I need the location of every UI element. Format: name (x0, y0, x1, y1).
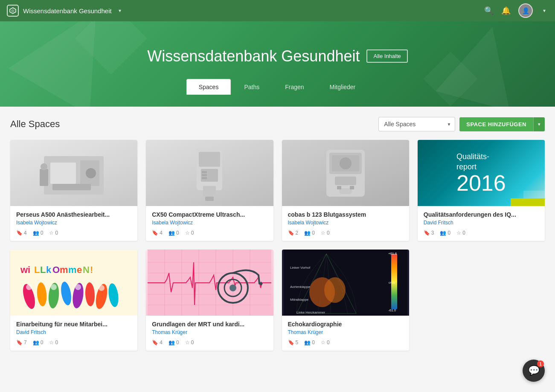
app-title: Wissensdatenbank Gesundheit (23, 7, 112, 15)
card-author[interactable]: Thomas Krüger (152, 329, 267, 335)
stat-bookmarks: 🔖 5 (288, 340, 299, 346)
top-navigation: Wissensdatenbank Gesundheit ▾ 🔍 🔔 👤 ▾ (0, 0, 555, 21)
bell-icon: 🔔 (501, 6, 511, 15)
svg-point-36 (36, 282, 48, 307)
card-body-perseus: Perseus A500 Anästhesiearbeit... Isabela… (10, 206, 137, 241)
members-icon: 👥 (33, 230, 39, 236)
tab-fragen[interactable]: Fragen (273, 79, 316, 95)
svg-rect-13 (205, 197, 214, 201)
card-author[interactable]: David Fritsch (16, 329, 131, 335)
space-card-cx50[interactable]: CX50 CompactXtreme Ultrasch... Isabela W… (146, 140, 273, 241)
bookmark-icon: 🔖 (16, 340, 23, 346)
card-author[interactable]: Isabela Wojtowicz (152, 220, 267, 226)
stat-members: 👥 0 (440, 230, 450, 236)
card-image-cobas (282, 140, 409, 206)
card-image-cx50 (146, 140, 273, 206)
svg-rect-14 (202, 171, 207, 173)
space-card-mrt[interactable]: Grundlagen der MRT und kardi... Thomas K… (146, 250, 273, 351)
perseus-illustration (31, 143, 116, 203)
svg-text:!: ! (90, 264, 93, 275)
svg-text:Aortenklappe: Aortenklappe (290, 285, 311, 289)
svg-text:cm/s: cm/s (389, 281, 395, 284)
add-space-dropdown-button[interactable]: ▾ (533, 117, 545, 131)
svg-marker-1 (11, 9, 15, 13)
hero-decoration-1 (75, 21, 147, 75)
stat-members: 👥 0 (304, 230, 315, 236)
card-stats: 🔖 4 👥 0 ☆ 0 (152, 340, 267, 346)
quali-text: Qualitäts-report 2016 (450, 140, 513, 206)
card-author[interactable]: Thomas Krüger (288, 329, 403, 335)
card-author[interactable]: Isabela Wojtowicz (288, 220, 403, 226)
card-author[interactable]: Isabela Wojtowicz (16, 220, 131, 226)
header-controls: Alle Spaces Meine Spaces SPACE HINZUFÜGE… (378, 117, 545, 131)
svg-point-42 (107, 283, 120, 308)
stat-bookmarks: 🔖 7 (16, 340, 27, 346)
space-card-quali[interactable]: Qualitäts-report 2016 Qualitätsanforderu… (418, 140, 545, 241)
stat-members: 👥 0 (169, 340, 179, 346)
stat-members: 👥 0 (33, 340, 44, 346)
nav-left: Wissensdatenbank Gesundheit ▾ (7, 5, 124, 17)
tab-mitglieder[interactable]: Mitglieder (317, 79, 368, 95)
members-icon: 👥 (169, 340, 175, 346)
stat-stars: ☆ 0 (185, 230, 194, 236)
svg-text:L: L (40, 264, 46, 275)
user-dropdown-button[interactable]: ▾ (540, 6, 548, 15)
svg-text:L: L (34, 264, 40, 275)
stat-stars: ☆ 0 (321, 340, 330, 346)
svg-point-22 (340, 157, 352, 169)
svg-rect-16 (202, 177, 207, 179)
card-title: CX50 CompactXtreme Ultrasch... (152, 211, 267, 218)
space-card-cobas[interactable]: cobas b 123 Blutgassystem Isabela Wojtow… (282, 140, 409, 241)
svg-text:m: m (68, 264, 77, 275)
svg-text:m: m (60, 264, 68, 275)
members-icon: 👥 (440, 230, 446, 236)
card-body-quali: Qualitätsanforderungen des IQ... David F… (418, 206, 545, 241)
svg-rect-5 (52, 184, 91, 190)
alle-inhalte-button[interactable]: Alle Inhalte (366, 49, 407, 63)
tab-paths[interactable]: Paths (232, 79, 272, 95)
bookmark-icon: 🔖 (152, 230, 158, 236)
svg-rect-10 (199, 152, 220, 167)
svg-text:-61.0: -61.0 (388, 308, 396, 312)
space-card-perseus[interactable]: Perseus A500 Anästhesiearbeit... Isabela… (10, 140, 137, 241)
spaces-filter-select[interactable]: Alle Spaces Meine Spaces (378, 117, 455, 131)
space-card-willkommen[interactable]: wi L L k O m m e N ! (10, 250, 137, 351)
user-avatar[interactable]: 👤 (518, 3, 533, 18)
card-stats: 🔖 3 👥 0 ☆ 0 (424, 230, 539, 236)
card-body-cx50: CX50 CompactXtreme Ultrasch... Isabela W… (146, 206, 273, 241)
star-icon: ☆ (49, 230, 54, 236)
stat-stars: ☆ 0 (185, 340, 194, 346)
stat-stars: ☆ 0 (49, 230, 58, 236)
tab-spaces[interactable]: Spaces (186, 79, 231, 95)
content-header: Alle Spaces Alle Spaces Meine Spaces SPA… (10, 117, 545, 131)
card-title: Perseus A500 Anästhesiearbeit... (16, 211, 131, 218)
svg-point-6 (86, 168, 96, 178)
main-content: Alle Spaces Alle Spaces Meine Spaces SPA… (0, 107, 555, 361)
svg-rect-20 (335, 177, 356, 185)
bookmark-icon: 🔖 (288, 340, 294, 346)
svg-text:+61.6: +61.6 (388, 252, 397, 256)
card-image-mrt (146, 250, 273, 316)
svg-rect-24 (350, 186, 354, 189)
svg-point-44 (51, 284, 57, 290)
svg-text:Mitralklappe: Mitralklappe (290, 298, 309, 302)
card-body-willkommen: Einarbeitung für neue Mitarbei... David … (10, 316, 137, 351)
nav-right: 🔍 🔔 👤 ▾ (484, 3, 548, 18)
svg-point-40 (85, 282, 96, 306)
star-icon: ☆ (456, 230, 461, 236)
app-dropdown-button[interactable]: ▾ (116, 6, 124, 15)
add-space-button[interactable]: SPACE HINZUFÜGEN (459, 117, 533, 131)
notification-button[interactable]: 🔔 (501, 6, 511, 15)
stat-bookmarks: 🔖 4 (152, 340, 163, 346)
svg-point-43 (26, 284, 32, 290)
echo-illustration: +61.6 -61.0 cm/s Linker Vorhof Aortenkla… (284, 250, 407, 316)
stat-stars: ☆ 0 (49, 340, 58, 346)
svg-point-64 (324, 277, 346, 303)
card-author[interactable]: David Fritsch (424, 220, 539, 226)
filter-wrapper: Alle Spaces Meine Spaces (378, 117, 455, 131)
star-icon: ☆ (49, 340, 54, 346)
svg-rect-3 (50, 163, 76, 184)
space-card-echo[interactable]: +61.6 -61.0 cm/s Linker Vorhof Aortenkla… (282, 250, 409, 351)
search-button[interactable]: 🔍 (484, 6, 494, 15)
star-icon: ☆ (321, 340, 325, 346)
